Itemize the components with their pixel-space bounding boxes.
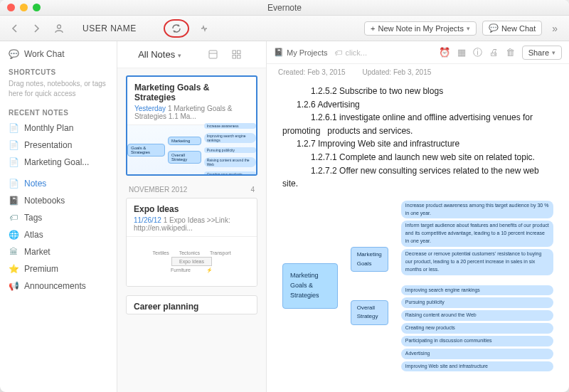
svg-rect-6 (237, 55, 240, 59)
note-list-body[interactable]: Marketing Goals & Strategies Yesterday 1… (117, 68, 266, 392)
shortcuts-heading: SHORTCUTS (0, 63, 117, 79)
account-icon[interactable] (50, 21, 68, 36)
notebook-crumb[interactable]: 📓 My Projects (274, 48, 327, 57)
note-card[interactable]: Career planning (126, 295, 257, 314)
activity-icon[interactable] (195, 21, 213, 36)
note-icon: 📄 (9, 157, 18, 167)
main-toolbar: USER NAME + New Note in My Projects ▾ 💬 … (0, 16, 569, 41)
tags-icon: 🏷 (9, 213, 18, 223)
username-label[interactable]: USER NAME (83, 23, 137, 33)
sidebar-item-market[interactable]: 🏛Market (0, 243, 117, 260)
detail-toolbar: 📓 My Projects 🏷 click... ⏰ ▦ ⓘ 🖨 🗑 Share… (267, 41, 569, 64)
sidebar-item-label: Marketing Goal... (24, 157, 89, 167)
sidebar-item-tags[interactable]: 🏷Tags (0, 209, 117, 226)
recent-note[interactable]: 📄Monthly Plan (0, 120, 117, 137)
notebooks-icon: 📓 (9, 196, 18, 206)
note-detail-panel: 📓 My Projects 🏷 click... ⏰ ▦ ⓘ 🖨 🗑 Share… (267, 41, 569, 392)
svg-rect-1 (209, 51, 217, 58)
mindmap-branch: Marketing Goals (351, 247, 388, 272)
app-window: Evernote USER NAME + New Note in My Proj… (0, 0, 569, 392)
sidebar-item-notebooks[interactable]: 📓Notebooks (0, 192, 117, 209)
print-icon[interactable]: 🖨 (489, 47, 499, 58)
mindmap-leaf: Creating new products (401, 323, 553, 334)
svg-rect-5 (233, 55, 236, 59)
sidebar-item-label: Announcements (24, 281, 86, 291)
note-card[interactable]: Expo Ideas 11/26/12 1 Expo Ideas >>Link:… (126, 198, 257, 287)
market-icon: 🏛 (9, 247, 18, 257)
note-line: 1.2.7 Improving Web site and infrastruct… (282, 137, 553, 151)
new-chat-button[interactable]: 💬 New Chat (482, 21, 542, 36)
chat-icon: 💬 (489, 23, 499, 33)
new-chat-label: New Chat (501, 24, 536, 33)
note-thumbnail: Goals & Strategies MarketingOverall Stra… (127, 125, 256, 174)
chevron-down-icon: ▾ (552, 49, 555, 56)
recent-heading: RECENT NOTES (0, 103, 117, 120)
updated-date: Updated: Feb 3, 2015 (363, 68, 432, 76)
sidebar-item-premium[interactable]: ⭐Premium (0, 260, 117, 277)
note-title: Marketing Goals & Strategies (127, 77, 256, 105)
shortcuts-hint: Drag notes, notebooks, or tags here for … (0, 79, 117, 103)
tag-crumb[interactable]: 🏷 click... (334, 48, 367, 57)
announcements-icon: 📢 (9, 281, 18, 291)
recent-note[interactable]: 📄Marketing Goal... (0, 154, 117, 171)
month-header: NOVEMBER 20124 (126, 184, 257, 198)
note-line: 1.2.6.1 investigate online and offline a… (282, 111, 553, 137)
present-icon[interactable]: ▦ (457, 47, 466, 58)
note-line: 1.2.7.2 Offer new consulting services re… (282, 164, 553, 191)
more-icon[interactable]: » (548, 21, 562, 36)
sidebar-item-label: Notes (24, 179, 46, 189)
reminder-icon[interactable]: ⏰ (439, 47, 450, 58)
chat-icon: 💬 (9, 49, 18, 59)
back-button[interactable] (7, 22, 23, 35)
new-note-button[interactable]: + New Note in My Projects ▾ (364, 21, 477, 36)
sidebar-item-label: Premium (24, 264, 58, 274)
note-subtitle: 11/26/12 1 Expo Ideas >>Link: http://en.… (127, 216, 257, 236)
svg-rect-3 (233, 51, 236, 54)
sync-highlight (164, 19, 189, 38)
note-line: 1.2.6 Advertising (282, 98, 553, 112)
trash-icon[interactable]: 🗑 (506, 47, 515, 58)
chevron-down-icon: ▾ (467, 25, 470, 32)
note-title: Expo Ideas (127, 198, 257, 216)
note-filter-dropdown[interactable]: All Notes ▾ (138, 49, 181, 60)
mindmap-leaf: Improving search engine rankings (401, 285, 553, 296)
note-line: 1.2.7.1 Complete and launch new web site… (282, 151, 553, 164)
content-area: 💬 Work Chat SHORTCUTS Drag notes, notebo… (0, 41, 569, 392)
mindmap-leaf: Increase product awareness among this ta… (401, 201, 553, 219)
note-subtitle: Yesterday 1 Marketing Goals & Strategies… (127, 105, 256, 125)
mindmap-leaf: Participating in discussion communities (401, 336, 553, 346)
view-grid-icon[interactable] (228, 48, 245, 61)
note-card[interactable]: Marketing Goals & Strategies Yesterday 1… (126, 75, 257, 176)
share-button[interactable]: Share ▾ (522, 46, 562, 60)
sidebar-item-label: Monthly Plan (24, 123, 73, 133)
mindmap-image: Marketing Goals & Strategies Marketing G… (282, 201, 553, 372)
sidebar-item-label: Presentation (24, 140, 72, 150)
note-body[interactable]: 1.2.5.2 Subscribe to two new blogs 1.2.6… (267, 80, 569, 392)
note-list-panel: All Notes ▾ Marketing Goals & Strategies… (117, 41, 267, 392)
forward-button[interactable] (28, 22, 44, 35)
sidebar-item-workchat[interactable]: 💬 Work Chat (0, 46, 117, 63)
sidebar-item-label: Market (24, 247, 50, 257)
note-icon: 📄 (9, 123, 18, 133)
recent-note[interactable]: 📄Presentation (0, 137, 117, 154)
sidebar-item-notes[interactable]: 📄Notes (0, 175, 117, 192)
note-title: Career planning (127, 296, 257, 314)
sidebar-item-announcements[interactable]: 📢Announcements (0, 277, 117, 295)
svg-rect-4 (237, 51, 240, 54)
svg-point-0 (58, 25, 61, 28)
sync-button[interactable] (171, 23, 182, 34)
note-line: 1.2.5.2 Subscribe to two new blogs (282, 85, 553, 98)
atlas-icon: 🌐 (9, 230, 18, 240)
mindmap-leaf: Inform target audience about features an… (401, 221, 553, 247)
view-card-icon[interactable] (204, 48, 222, 61)
mindmap-root: Marketing Goals & Strategies (282, 263, 338, 309)
chevron-down-icon: ▾ (178, 52, 181, 59)
created-date: Created: Feb 3, 2015 (278, 68, 346, 76)
sidebar-item-label: Work Chat (24, 49, 64, 59)
sidebar-item-atlas[interactable]: 🌐Atlas (0, 226, 117, 243)
sidebar-item-label: Notebooks (24, 196, 65, 206)
info-icon[interactable]: ⓘ (473, 46, 482, 59)
plus-icon: + (371, 24, 375, 33)
note-list-header: All Notes ▾ (117, 41, 266, 68)
mindmap-leaf: Improving Web site and infrastructure (401, 361, 553, 372)
